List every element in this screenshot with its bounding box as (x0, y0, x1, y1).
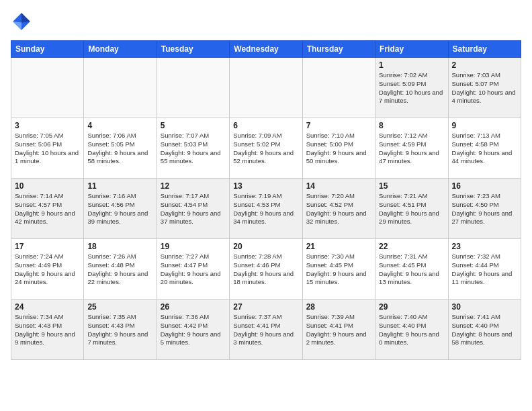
day-info: Sunrise: 7:05 AM Sunset: 5:06 PM Dayligh… (15, 132, 80, 166)
day-number: 24 (15, 302, 80, 312)
calendar-cell (11, 58, 84, 118)
day-info: Sunrise: 7:19 AM Sunset: 4:53 PM Dayligh… (233, 192, 298, 226)
day-info: Sunrise: 7:34 AM Sunset: 4:43 PM Dayligh… (15, 313, 80, 347)
day-number: 26 (161, 302, 226, 312)
day-number: 4 (87, 121, 152, 130)
day-info: Sunrise: 7:35 AM Sunset: 4:43 PM Dayligh… (87, 313, 152, 347)
day-number: 9 (452, 121, 517, 130)
day-info: Sunrise: 7:36 AM Sunset: 4:42 PM Dayligh… (161, 313, 226, 347)
week-row-0: 1Sunrise: 7:02 AM Sunset: 5:09 PM Daylig… (11, 58, 521, 118)
day-number: 21 (306, 242, 371, 251)
day-number: 11 (87, 181, 152, 191)
day-info: Sunrise: 7:09 AM Sunset: 5:02 PM Dayligh… (233, 132, 298, 166)
calendar-cell: 23Sunrise: 7:32 AM Sunset: 4:44 PM Dayli… (448, 239, 521, 300)
calendar-cell (302, 58, 375, 118)
calendar-cell: 26Sunrise: 7:36 AM Sunset: 4:42 PM Dayli… (157, 300, 229, 360)
calendar-cell: 20Sunrise: 7:28 AM Sunset: 4:46 PM Dayli… (230, 239, 302, 300)
day-number: 6 (233, 121, 298, 130)
week-row-1: 3Sunrise: 7:05 AM Sunset: 5:06 PM Daylig… (11, 118, 521, 179)
calendar-cell: 11Sunrise: 7:16 AM Sunset: 4:56 PM Dayli… (84, 179, 157, 239)
calendar-cell (84, 58, 157, 118)
day-number: 2 (452, 60, 517, 70)
calendar-cell: 3Sunrise: 7:05 AM Sunset: 5:06 PM Daylig… (11, 118, 84, 179)
calendar-cell: 28Sunrise: 7:39 AM Sunset: 4:41 PM Dayli… (302, 300, 375, 360)
day-header-friday: Friday (375, 41, 448, 58)
day-info: Sunrise: 7:30 AM Sunset: 4:45 PM Dayligh… (306, 253, 371, 287)
day-number: 25 (87, 302, 152, 312)
day-header-sunday: Sunday (11, 41, 84, 58)
day-info: Sunrise: 7:32 AM Sunset: 4:44 PM Dayligh… (452, 253, 517, 287)
day-number: 17 (15, 242, 80, 251)
day-number: 18 (87, 242, 152, 251)
svg-marker-2 (13, 21, 21, 30)
day-info: Sunrise: 7:37 AM Sunset: 4:41 PM Dayligh… (233, 313, 298, 347)
day-number: 13 (233, 181, 298, 191)
day-number: 10 (15, 181, 80, 191)
day-number: 5 (161, 121, 226, 130)
calendar-cell: 22Sunrise: 7:31 AM Sunset: 4:45 PM Dayli… (375, 239, 448, 300)
calendar-cell: 1Sunrise: 7:02 AM Sunset: 5:09 PM Daylig… (375, 58, 448, 118)
calendar-cell: 8Sunrise: 7:12 AM Sunset: 4:59 PM Daylig… (375, 118, 448, 179)
day-number: 23 (452, 242, 517, 251)
calendar-cell: 25Sunrise: 7:35 AM Sunset: 4:43 PM Dayli… (84, 300, 157, 360)
day-number: 22 (379, 242, 444, 251)
calendar-cell: 29Sunrise: 7:40 AM Sunset: 4:40 PM Dayli… (375, 300, 448, 360)
calendar-cell: 10Sunrise: 7:14 AM Sunset: 4:57 PM Dayli… (11, 179, 84, 239)
day-info: Sunrise: 7:07 AM Sunset: 5:03 PM Dayligh… (161, 132, 226, 166)
week-row-2: 10Sunrise: 7:14 AM Sunset: 4:57 PM Dayli… (11, 179, 521, 239)
day-info: Sunrise: 7:24 AM Sunset: 4:49 PM Dayligh… (15, 253, 80, 287)
calendar-cell: 30Sunrise: 7:41 AM Sunset: 4:40 PM Dayli… (448, 300, 521, 360)
day-info: Sunrise: 7:39 AM Sunset: 4:41 PM Dayligh… (306, 313, 371, 347)
calendar-cell: 17Sunrise: 7:24 AM Sunset: 4:49 PM Dayli… (11, 239, 84, 300)
day-number: 30 (452, 302, 517, 312)
day-number: 14 (306, 181, 371, 191)
calendar-cell (230, 58, 302, 118)
day-header-saturday: Saturday (448, 41, 521, 58)
calendar-cell: 9Sunrise: 7:13 AM Sunset: 4:58 PM Daylig… (448, 118, 521, 179)
day-info: Sunrise: 7:41 AM Sunset: 4:40 PM Dayligh… (452, 313, 517, 347)
day-info: Sunrise: 7:03 AM Sunset: 5:07 PM Dayligh… (452, 71, 517, 105)
day-number: 29 (379, 302, 444, 312)
calendar-cell: 21Sunrise: 7:30 AM Sunset: 4:45 PM Dayli… (302, 239, 375, 300)
page-header (11, 11, 521, 32)
day-header-thursday: Thursday (302, 41, 375, 58)
calendar-cell: 27Sunrise: 7:37 AM Sunset: 4:41 PM Dayli… (230, 300, 302, 360)
calendar-cell (157, 58, 229, 118)
logo (11, 11, 35, 32)
calendar-table: SundayMondayTuesdayWednesdayThursdayFrid… (11, 40, 521, 360)
calendar-cell: 12Sunrise: 7:17 AM Sunset: 4:54 PM Dayli… (157, 179, 229, 239)
day-info: Sunrise: 7:13 AM Sunset: 4:58 PM Dayligh… (452, 132, 517, 166)
calendar-cell: 15Sunrise: 7:21 AM Sunset: 4:51 PM Dayli… (375, 179, 448, 239)
day-number: 1 (379, 60, 444, 70)
calendar-cell: 7Sunrise: 7:10 AM Sunset: 5:00 PM Daylig… (302, 118, 375, 179)
calendar-cell: 18Sunrise: 7:26 AM Sunset: 4:48 PM Dayli… (84, 239, 157, 300)
day-info: Sunrise: 7:26 AM Sunset: 4:48 PM Dayligh… (87, 253, 152, 287)
week-row-3: 17Sunrise: 7:24 AM Sunset: 4:49 PM Dayli… (11, 239, 521, 300)
day-info: Sunrise: 7:14 AM Sunset: 4:57 PM Dayligh… (15, 192, 80, 226)
day-number: 12 (161, 181, 226, 191)
day-info: Sunrise: 7:23 AM Sunset: 4:50 PM Dayligh… (452, 192, 517, 226)
svg-marker-1 (21, 13, 30, 22)
day-info: Sunrise: 7:27 AM Sunset: 4:47 PM Dayligh… (161, 253, 226, 287)
day-info: Sunrise: 7:20 AM Sunset: 4:52 PM Dayligh… (306, 192, 371, 226)
day-info: Sunrise: 7:10 AM Sunset: 5:00 PM Dayligh… (306, 132, 371, 166)
day-info: Sunrise: 7:12 AM Sunset: 4:59 PM Dayligh… (379, 132, 444, 166)
day-number: 7 (306, 121, 371, 130)
day-header-wednesday: Wednesday (230, 41, 302, 58)
day-number: 15 (379, 181, 444, 191)
day-info: Sunrise: 7:28 AM Sunset: 4:46 PM Dayligh… (233, 253, 298, 287)
day-info: Sunrise: 7:17 AM Sunset: 4:54 PM Dayligh… (161, 192, 226, 226)
calendar-cell: 24Sunrise: 7:34 AM Sunset: 4:43 PM Dayli… (11, 300, 84, 360)
calendar-cell: 19Sunrise: 7:27 AM Sunset: 4:47 PM Dayli… (157, 239, 229, 300)
week-row-4: 24Sunrise: 7:34 AM Sunset: 4:43 PM Dayli… (11, 300, 521, 360)
day-info: Sunrise: 7:16 AM Sunset: 4:56 PM Dayligh… (87, 192, 152, 226)
day-number: 16 (452, 181, 517, 191)
day-number: 19 (161, 242, 226, 251)
calendar-cell: 5Sunrise: 7:07 AM Sunset: 5:03 PM Daylig… (157, 118, 229, 179)
day-info: Sunrise: 7:31 AM Sunset: 4:45 PM Dayligh… (379, 253, 444, 287)
day-number: 20 (233, 242, 298, 251)
day-number: 28 (306, 302, 371, 312)
calendar-cell: 16Sunrise: 7:23 AM Sunset: 4:50 PM Dayli… (448, 179, 521, 239)
day-info: Sunrise: 7:02 AM Sunset: 5:09 PM Dayligh… (379, 71, 444, 105)
calendar-cell: 6Sunrise: 7:09 AM Sunset: 5:02 PM Daylig… (230, 118, 302, 179)
